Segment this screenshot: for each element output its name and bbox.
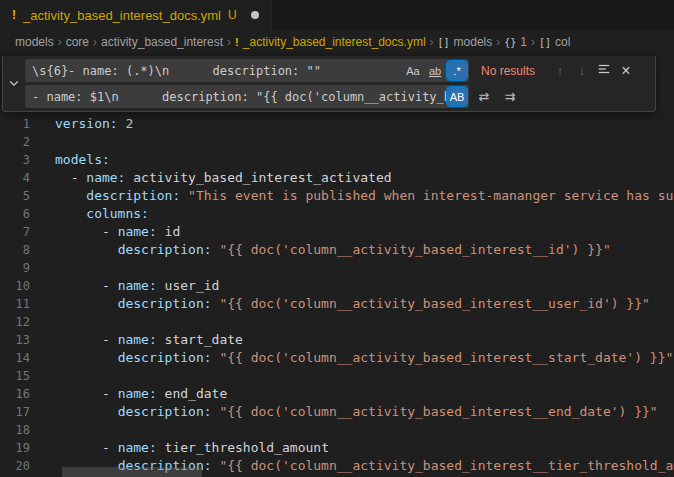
line-number: 7 bbox=[0, 223, 42, 241]
tab-title: _activity_based_interest_docs.yml bbox=[23, 8, 221, 23]
code-line[interactable]: - name: tier_threshold_amount bbox=[55, 439, 674, 457]
breadcrumb-separator: › bbox=[58, 35, 62, 49]
code-area[interactable]: version: 2models: - name: activity_based… bbox=[55, 115, 674, 477]
breadcrumb-item-col[interactable]: []col bbox=[539, 35, 570, 49]
breadcrumb-separator: › bbox=[531, 35, 535, 49]
breadcrumb-item-models[interactable]: models bbox=[15, 35, 54, 49]
find-results-count: No results bbox=[481, 64, 549, 78]
code-line[interactable]: - name: user_id bbox=[55, 277, 674, 295]
breadcrumb-label: activity_based_interest bbox=[101, 35, 223, 49]
warning-icon: ! bbox=[12, 8, 16, 22]
find-row: \s{6}- name: (.*)\n description: "" Aa a… bbox=[25, 59, 649, 82]
previous-match-button[interactable]: ↑ bbox=[549, 60, 571, 82]
code-line[interactable]: - name: activity_based_interest_activate… bbox=[55, 169, 674, 187]
breadcrumb-label: models bbox=[15, 35, 54, 49]
line-number: 18 bbox=[0, 421, 42, 439]
replace-input-value: - name: $1\n description: "{{ doc('colum… bbox=[32, 90, 447, 104]
regex-button[interactable]: .* bbox=[447, 61, 467, 80]
symbol-icon: {} bbox=[504, 37, 516, 48]
editor-tab[interactable]: ! _activity_based_interest_docs.yml U bbox=[0, 0, 272, 30]
next-match-button[interactable]: ↓ bbox=[571, 60, 593, 82]
code-line[interactable] bbox=[55, 313, 674, 331]
toggle-replace-button[interactable] bbox=[3, 56, 25, 111]
git-status-badge: U bbox=[228, 8, 237, 22]
vscode-window: ! _activity_based_interest_docs.yml U mo… bbox=[0, 0, 674, 477]
match-case-button[interactable]: Aa bbox=[403, 61, 423, 80]
replace-row: - name: $1\n description: "{{ doc('colum… bbox=[25, 85, 649, 108]
breadcrumb-item--activity-based-interest-docs-yml[interactable]: !_activity_based_interest_docs.yml bbox=[235, 35, 425, 49]
find-in-selection-button[interactable] bbox=[593, 60, 615, 82]
breadcrumb: models›core›activity_based_interest›!_ac… bbox=[0, 30, 674, 54]
line-numbers: 1234567891011121314151617181920 bbox=[0, 115, 42, 475]
horizontal-scrollbar[interactable] bbox=[62, 467, 202, 477]
symbol-icon: [] bbox=[438, 37, 450, 48]
breadcrumb-label: core bbox=[66, 35, 89, 49]
tab-bar: ! _activity_based_interest_docs.yml U bbox=[0, 0, 674, 30]
line-number: 19 bbox=[0, 439, 42, 457]
line-number: 10 bbox=[0, 277, 42, 295]
line-number: 14 bbox=[0, 349, 42, 367]
code-line[interactable]: description: "This event is published wh… bbox=[55, 187, 674, 205]
line-number: 12 bbox=[0, 313, 42, 331]
line-number: 20 bbox=[0, 457, 42, 475]
line-number: 1 bbox=[0, 115, 42, 133]
line-number: 11 bbox=[0, 295, 42, 313]
breadcrumb-item-1[interactable]: {}1 bbox=[504, 35, 527, 49]
code-line[interactable]: models: bbox=[55, 151, 674, 169]
line-number: 8 bbox=[0, 241, 42, 259]
unsaved-dot-indicator[interactable] bbox=[251, 11, 259, 19]
chevron-down-icon bbox=[8, 75, 20, 93]
find-replace-widget: \s{6}- name: (.*)\n description: "" Aa a… bbox=[2, 56, 656, 112]
preserve-case-button[interactable]: AB bbox=[447, 87, 467, 106]
breadcrumb-separator: › bbox=[93, 35, 97, 49]
code-line[interactable]: columns: bbox=[55, 205, 674, 223]
warning-icon: ! bbox=[235, 36, 239, 48]
line-number: 17 bbox=[0, 403, 42, 421]
replace-input[interactable]: - name: $1\n description: "{{ doc('colum… bbox=[25, 85, 469, 108]
line-number: 3 bbox=[0, 151, 42, 169]
breadcrumb-label: 1 bbox=[520, 35, 527, 49]
breadcrumb-separator: › bbox=[496, 35, 500, 49]
code-line[interactable]: description: "{{ doc('column__activity_b… bbox=[55, 295, 674, 313]
line-number: 4 bbox=[0, 169, 42, 187]
replace-all-button[interactable]: ⇉ bbox=[499, 86, 521, 108]
line-number: 2 bbox=[0, 133, 42, 151]
replace-button[interactable]: ⇄ bbox=[473, 86, 495, 108]
breadcrumb-item-core[interactable]: core bbox=[66, 35, 89, 49]
selection-icon bbox=[597, 62, 611, 79]
code-line[interactable]: description: "{{ doc('column__activity_b… bbox=[55, 241, 674, 259]
line-number: 13 bbox=[0, 331, 42, 349]
line-number: 5 bbox=[0, 187, 42, 205]
code-line[interactable] bbox=[55, 421, 674, 439]
breadcrumb-separator: › bbox=[227, 35, 231, 49]
code-line[interactable]: - name: id bbox=[55, 223, 674, 241]
line-number: 15 bbox=[0, 367, 42, 385]
line-number: 16 bbox=[0, 385, 42, 403]
line-number: 6 bbox=[0, 205, 42, 223]
code-line[interactable]: description: "{{ doc('column__activity_b… bbox=[55, 403, 674, 421]
breadcrumb-separator: › bbox=[430, 35, 434, 49]
find-input[interactable]: \s{6}- name: (.*)\n description: "" Aa a… bbox=[25, 59, 469, 82]
close-icon[interactable]: × bbox=[615, 60, 637, 82]
code-line[interactable]: version: 2 bbox=[55, 115, 674, 133]
breadcrumb-label: col bbox=[555, 35, 570, 49]
breadcrumb-label: _activity_based_interest_docs.yml bbox=[243, 35, 426, 49]
find-input-value: \s{6}- name: (.*)\n description: "" bbox=[32, 64, 403, 78]
whole-word-button[interactable]: ab bbox=[425, 61, 445, 80]
breadcrumb-label: models bbox=[454, 35, 493, 49]
breadcrumb-item-models[interactable]: []models bbox=[438, 35, 493, 49]
code-line[interactable]: description: "{{ doc('column__activity_b… bbox=[55, 349, 674, 367]
code-line[interactable] bbox=[55, 133, 674, 151]
breadcrumb-item-activity-based-interest[interactable]: activity_based_interest bbox=[101, 35, 223, 49]
code-line[interactable] bbox=[55, 259, 674, 277]
code-line[interactable] bbox=[55, 367, 674, 385]
line-number: 9 bbox=[0, 259, 42, 277]
code-line[interactable]: - name: end_date bbox=[55, 385, 674, 403]
symbol-icon: [] bbox=[539, 37, 551, 48]
code-line[interactable]: - name: start_date bbox=[55, 331, 674, 349]
